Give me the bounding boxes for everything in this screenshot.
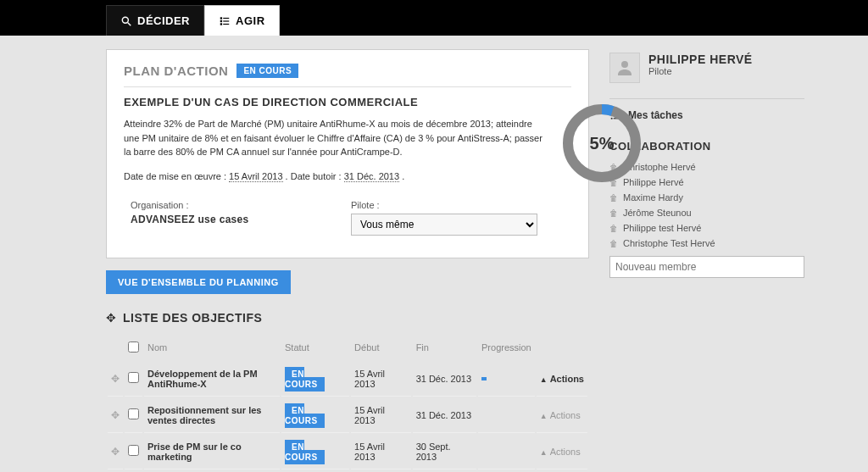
plan-heading: PLAN D'ACTION — [124, 64, 228, 78]
pilot-select[interactable]: Vous même — [351, 214, 537, 236]
objectives-title: LISTE DES OBJECTIFS — [123, 311, 262, 325]
plan-description: Atteindre 32% de Part de Marché (PM) uni… — [124, 117, 544, 159]
row-checkbox[interactable] — [128, 445, 139, 456]
list-item: 🗑Jérôme Steunou — [609, 205, 804, 220]
start-date: 15 Avril 2013 — [351, 398, 411, 433]
progress-cell — [478, 362, 535, 397]
col-progress: Progression — [478, 336, 535, 360]
org-label: Organisation : — [131, 200, 317, 210]
row-checkbox[interactable] — [128, 408, 139, 419]
plan-status-badge: EN COURS — [236, 64, 298, 78]
drag-handle-icon[interactable]: ✥ — [108, 398, 123, 433]
col-start: Début — [351, 336, 411, 360]
svg-rect-2 — [220, 17, 222, 19]
svg-rect-4 — [220, 19, 222, 21]
progress-pct: 5% — [559, 101, 644, 186]
org-value: ADVANSEEZ use cases — [131, 214, 317, 225]
person-icon — [615, 58, 635, 78]
col-status: Statut — [281, 336, 349, 360]
end-date: 31 Déc. 2013 — [413, 362, 476, 397]
tab-agir-label: AGIR — [236, 14, 265, 27]
end-date: 30 Sept. 2013 — [413, 435, 476, 469]
trash-icon[interactable]: 🗑 — [609, 193, 618, 203]
col-end: Fin — [413, 336, 476, 360]
svg-line-1 — [128, 22, 131, 25]
member-name: Christophe Test Hervé — [623, 238, 715, 248]
actions-toggle[interactable]: ▲Actions — [537, 398, 587, 433]
table-row: ✥Prise de PM sur le co marketingEN COURS… — [108, 435, 587, 469]
svg-rect-5 — [223, 20, 229, 21]
chevron-up-icon: ▲ — [540, 448, 548, 457]
plan-start-date[interactable]: 15 Avril 2013 — [229, 171, 282, 182]
drag-handle-icon[interactable]: ✥ — [108, 362, 123, 397]
list-item: 🗑Philippe test Hervé — [609, 220, 804, 236]
list-item: 🗑Maxime Hardy — [609, 190, 804, 205]
status-badge: EN COURS — [285, 367, 325, 391]
svg-rect-6 — [220, 23, 222, 25]
svg-point-0 — [122, 17, 128, 23]
trash-icon[interactable]: 🗑 — [609, 224, 618, 233]
plan-dates: Date de mise en œuvre : 15 Avril 2013 . … — [124, 171, 544, 181]
objectives-table: Nom Statut Début Fin Progression ✥Dévelo… — [106, 335, 589, 471]
planning-overview-button[interactable]: VUE D'ENSEMBLE DU PLANNING — [106, 270, 291, 294]
search-icon — [120, 15, 132, 27]
svg-rect-3 — [223, 17, 229, 18]
col-name: Nom — [144, 336, 280, 360]
progress-donut: 5% — [559, 101, 644, 186]
objective-name: Repositionnement sur les ventes directes — [144, 398, 280, 433]
row-checkbox[interactable] — [128, 372, 139, 383]
start-date: 15 Avril 2013 — [351, 362, 411, 397]
chevron-up-icon: ▲ — [540, 412, 548, 420]
trash-icon[interactable]: 🗑 — [609, 208, 618, 218]
trash-icon[interactable]: 🗑 — [609, 239, 618, 248]
chevron-up-icon: ▲ — [540, 375, 548, 384]
plan-card: PLAN D'ACTION EN COURS EXEMPLE D'UN CAS … — [106, 49, 589, 258]
user-block: PHILIPPE HERVÉ Pilote — [609, 53, 804, 83]
table-row: ✥Développement de la PM AntiRhume-XEN CO… — [108, 362, 587, 397]
avatar — [609, 53, 640, 83]
end-date: 31 Déc. 2013 — [413, 398, 476, 433]
progress-cell — [478, 398, 535, 433]
user-name: PHILIPPE HERVÉ — [648, 53, 753, 66]
new-member-input[interactable] — [609, 256, 804, 278]
member-name: Jérôme Steunou — [623, 208, 692, 218]
objective-name: Prise de PM sur le co marketing — [144, 435, 280, 469]
tab-decider-label: DÉCIDER — [137, 14, 190, 27]
svg-point-10 — [621, 61, 628, 68]
status-badge: EN COURS — [285, 403, 325, 428]
move-icon: ✥ — [106, 311, 116, 325]
list-icon — [219, 15, 231, 27]
top-nav: DÉCIDER AGIR — [0, 0, 868, 36]
status-badge: EN COURS — [285, 440, 325, 464]
tab-decider[interactable]: DÉCIDER — [106, 5, 204, 36]
table-row: ✥Repositionnement sur les ventes directe… — [108, 398, 587, 433]
select-all-checkbox[interactable] — [128, 342, 139, 353]
member-name: Philippe test Hervé — [623, 223, 701, 233]
plan-subtitle: EXEMPLE D'UN CAS DE DIRECTION COMMERCIAL… — [124, 96, 544, 108]
pilot-label: Pilote : — [351, 200, 537, 210]
list-item: 🗑Christophe Test Hervé — [609, 236, 804, 251]
member-name: Maxime Hardy — [623, 192, 683, 203]
actions-toggle[interactable]: ▲Actions — [537, 435, 587, 469]
user-role: Pilote — [648, 66, 753, 76]
svg-rect-7 — [223, 23, 229, 24]
objective-name: Développement de la PM AntiRhume-X — [144, 362, 280, 397]
drag-handle-icon[interactable]: ✥ — [108, 435, 123, 469]
progress-cell — [478, 435, 535, 469]
actions-toggle[interactable]: ▲Actions — [537, 362, 587, 397]
plan-end-date[interactable]: 31 Déc. 2013 — [344, 171, 399, 182]
start-date: 15 Avril 2013 — [351, 435, 411, 469]
tab-agir[interactable]: AGIR — [204, 5, 280, 36]
